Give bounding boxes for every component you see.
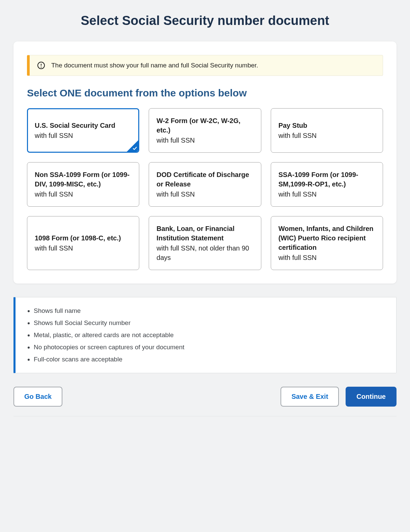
- option-title: SSA-1099 Form (or 1099-SM,1099-R-OP1, et…: [279, 170, 375, 189]
- document-selection-card: The document must show your full name an…: [13, 41, 397, 284]
- option-title: DOD Certificate of Discharge or Release: [156, 170, 253, 189]
- selected-check-icon: [127, 140, 138, 152]
- document-option[interactable]: Bank, Loan, or Financial Institution Sta…: [149, 216, 261, 270]
- option-subtitle: with full SSN: [156, 136, 253, 145]
- option-subtitle: with full SSN: [35, 131, 131, 140]
- option-subtitle: with full SSN: [35, 243, 131, 253]
- document-option[interactable]: 1098 Form (or 1098-C, etc.)with full SSN: [27, 216, 139, 270]
- document-option[interactable]: Women, Infants, and Children (WIC) Puert…: [271, 216, 383, 270]
- option-title: Pay Stub: [279, 121, 375, 130]
- requirements-box: Shows full nameShows full Social Securit…: [13, 297, 397, 373]
- requirement-item: No photocopies or screen captures of you…: [34, 341, 386, 353]
- document-option[interactable]: DOD Certificate of Discharge or Releasew…: [149, 162, 261, 207]
- requirement-item: Shows full name: [34, 305, 386, 317]
- option-title: 1098 Form (or 1098-C, etc.): [35, 233, 131, 243]
- option-title: U.S. Social Security Card: [35, 121, 131, 130]
- requirement-item: Metal, plastic, or altered cards are not…: [34, 329, 386, 341]
- alert-text: The document must show your full name an…: [51, 62, 258, 69]
- option-title: Non SSA-1099 Form (or 1099-DIV, 1099-MIS…: [35, 170, 131, 189]
- go-back-button[interactable]: Go Back: [13, 387, 62, 407]
- alert-banner: The document must show your full name an…: [27, 55, 383, 76]
- save-exit-button[interactable]: Save & Exit: [281, 387, 339, 407]
- option-subtitle: with full SSN, not older than 90 days: [156, 243, 253, 262]
- option-subtitle: with full SSN: [35, 189, 131, 199]
- option-title: W-2 Form (or W-2C, W-2G, etc.): [156, 116, 253, 135]
- requirement-item: Full-color scans are acceptable: [34, 353, 386, 365]
- option-subtitle: with full SSN: [279, 131, 375, 140]
- option-subtitle: with full SSN: [156, 189, 253, 199]
- svg-point-2: [41, 67, 41, 67]
- button-row: Go Back Save & Exit Continue: [13, 387, 397, 416]
- option-title: Women, Infants, and Children (WIC) Puert…: [279, 224, 375, 252]
- document-option[interactable]: Non SSA-1099 Form (or 1099-DIV, 1099-MIS…: [27, 162, 139, 207]
- options-grid: U.S. Social Security Cardwith full SSNW-…: [27, 108, 383, 270]
- document-option[interactable]: Pay Stubwith full SSN: [271, 108, 383, 153]
- document-option[interactable]: W-2 Form (or W-2C, W-2G, etc.)with full …: [149, 108, 261, 153]
- section-heading: Select ONE document from the options bel…: [27, 87, 383, 99]
- warning-icon: [37, 61, 45, 69]
- requirement-item: Shows full Social Security number: [34, 317, 386, 329]
- continue-button[interactable]: Continue: [346, 387, 397, 407]
- document-option[interactable]: SSA-1099 Form (or 1099-SM,1099-R-OP1, et…: [271, 162, 383, 207]
- document-option[interactable]: U.S. Social Security Cardwith full SSN: [27, 108, 139, 153]
- option-subtitle: with full SSN: [279, 189, 375, 199]
- page-title: Select Social Security number document: [13, 13, 397, 28]
- option-subtitle: with full SSN: [279, 253, 375, 262]
- requirements-list: Shows full nameShows full Social Securit…: [26, 305, 386, 365]
- option-title: Bank, Loan, or Financial Institution Sta…: [156, 224, 253, 243]
